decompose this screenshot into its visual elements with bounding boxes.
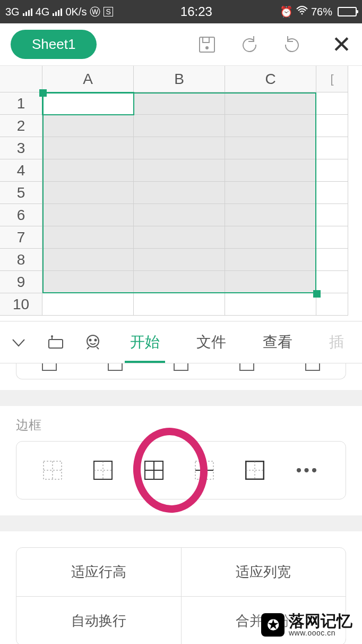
cell-B1[interactable] — [134, 92, 225, 115]
cell-D4[interactable] — [316, 159, 348, 182]
row-header-10[interactable]: 10 — [0, 293, 42, 316]
corner-cell[interactable] — [0, 66, 42, 92]
partial-opt-5[interactable] — [305, 363, 320, 371]
row-header-9[interactable]: 9 — [0, 271, 42, 293]
cell-C7[interactable] — [225, 226, 316, 249]
auto-wrap-button[interactable]: 自动换行 — [16, 597, 181, 644]
cell-C5[interactable] — [225, 182, 316, 204]
cell-D2[interactable] — [316, 115, 348, 137]
row-header-5[interactable]: 5 — [0, 182, 42, 204]
prev-panel-partial — [0, 363, 362, 390]
cell-B9[interactable] — [134, 271, 225, 293]
cell-A9[interactable] — [42, 271, 134, 293]
cell-A3[interactable] — [42, 137, 134, 159]
borders-section: 边框 ••• — [0, 406, 362, 515]
border-none-icon[interactable] — [43, 461, 62, 480]
cell-A10[interactable] — [42, 293, 134, 316]
cell-B3[interactable] — [134, 137, 225, 159]
tab-insert-partial[interactable]: 插 — [324, 321, 349, 363]
cell-D6[interactable] — [316, 204, 348, 226]
cell-C1[interactable] — [225, 92, 316, 115]
cell-D1[interactable] — [316, 92, 348, 115]
partial-opt-1[interactable] — [42, 363, 57, 371]
cell-D10[interactable] — [316, 293, 348, 316]
partial-opt-4[interactable] — [239, 363, 254, 371]
cell-A1[interactable] — [42, 92, 134, 115]
tab-start[interactable]: 开始 — [125, 321, 165, 363]
col-header-C[interactable]: C — [225, 66, 316, 92]
fit-row-height-button[interactable]: 适应行高 — [16, 548, 181, 596]
spreadsheet[interactable]: A B C [ 1 2 3 4 5 6 7 8 9 10 — [0, 66, 362, 321]
clock: 16:23 — [113, 4, 280, 19]
cell-B6[interactable] — [134, 204, 225, 226]
cell-C4[interactable] — [225, 159, 316, 182]
save-icon[interactable] — [194, 31, 220, 58]
partial-opt-3[interactable] — [174, 363, 188, 371]
svg-point-0 — [301, 13, 303, 14]
cell-C9[interactable] — [225, 271, 316, 293]
row-header-3[interactable]: 3 — [0, 137, 42, 159]
partial-opt-2[interactable] — [108, 363, 123, 371]
battery-icon — [338, 7, 357, 16]
row-header-8[interactable]: 8 — [0, 249, 42, 271]
svg-rect-22 — [246, 461, 264, 479]
svg-rect-1 — [200, 37, 214, 52]
battery-pct: 76% — [311, 6, 332, 18]
redo-icon[interactable] — [279, 31, 305, 58]
cell-D9[interactable] — [316, 271, 348, 293]
cell-C10[interactable] — [225, 293, 316, 316]
cell-C8[interactable] — [225, 249, 316, 271]
wifi-icon — [296, 6, 308, 18]
cell-D8[interactable] — [316, 249, 348, 271]
cell-D5[interactable] — [316, 182, 348, 204]
svg-rect-13 — [94, 461, 112, 479]
cell-A6[interactable] — [42, 204, 134, 226]
cell-C3[interactable] — [225, 137, 316, 159]
col-header-A[interactable]: A — [42, 66, 134, 92]
watermark-url: www.oooc.cn — [289, 629, 352, 637]
row-header-6[interactable]: 6 — [0, 204, 42, 226]
cell-A8[interactable] — [42, 249, 134, 271]
cell-A4[interactable] — [42, 159, 134, 182]
undo-icon[interactable] — [236, 31, 263, 58]
sheet-tab[interactable]: Sheet1 — [11, 30, 97, 59]
border-more-icon[interactable]: ••• — [296, 461, 320, 479]
col-header-B[interactable]: B — [134, 66, 225, 92]
selection-handle-br[interactable] — [313, 290, 321, 298]
keyboard-icon[interactable] — [37, 333, 74, 351]
cell-C2[interactable] — [225, 115, 316, 137]
col-header-D-partial[interactable]: [ — [316, 66, 348, 92]
collapse-icon[interactable] — [0, 333, 37, 351]
cell-D3[interactable] — [316, 137, 348, 159]
cell-B7[interactable] — [134, 226, 225, 249]
border-outer-icon[interactable] — [93, 461, 113, 480]
net-4g-label: 4G — [36, 6, 50, 18]
net-3g-label: 3G — [5, 6, 20, 18]
cell-D7[interactable] — [316, 226, 348, 249]
row-header-7[interactable]: 7 — [0, 226, 42, 249]
row-header-1[interactable]: 1 — [0, 92, 42, 115]
cell-B8[interactable] — [134, 249, 225, 271]
close-icon[interactable]: ✕ — [332, 31, 351, 58]
tab-file[interactable]: 文件 — [191, 321, 231, 363]
tab-view[interactable]: 查看 — [257, 321, 298, 363]
cell-C6[interactable] — [225, 204, 316, 226]
cell-B10[interactable] — [134, 293, 225, 316]
svg-point-9 — [95, 340, 97, 341]
cell-B4[interactable] — [134, 159, 225, 182]
svg-rect-4 — [49, 340, 63, 348]
row-header-4[interactable]: 4 — [0, 159, 42, 182]
cell-B5[interactable] — [134, 182, 225, 204]
cell-A7[interactable] — [42, 226, 134, 249]
border-thick-outer-icon[interactable] — [245, 461, 264, 480]
row-header-2[interactable]: 2 — [0, 115, 42, 137]
cell-B2[interactable] — [134, 115, 225, 137]
fit-col-width-button[interactable]: 适应列宽 — [181, 548, 346, 596]
assistant-icon[interactable] — [74, 333, 111, 351]
border-inner-icon[interactable] — [195, 461, 214, 480]
border-all-icon[interactable] — [144, 461, 163, 480]
weibo-icon: ⓦ — [90, 5, 100, 19]
cell-A2[interactable] — [42, 115, 134, 137]
selection-handle-tl[interactable] — [39, 89, 47, 97]
cell-A5[interactable] — [42, 182, 134, 204]
